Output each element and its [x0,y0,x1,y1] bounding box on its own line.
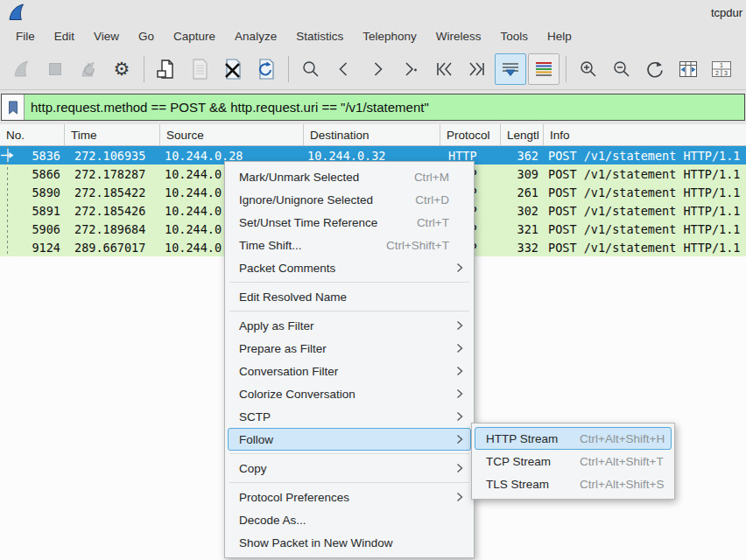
menubar-item-telephony[interactable]: Telephony [353,26,426,46]
close-file-button[interactable] [217,53,249,85]
menubar-item-file[interactable]: File [6,26,45,46]
submenu-arrow-icon [456,343,463,354]
autoscroll-button[interactable] [495,53,526,85]
cell-length: 321 [501,220,544,238]
save-file-icon [189,58,210,80]
column-header-source[interactable]: Source [160,124,304,145]
context-menu-item-decode-as[interactable]: Decode As... [228,508,471,531]
zoom-out-icon [611,59,632,80]
first-packet-button[interactable] [428,53,460,85]
cell-info: POST /v1/statement HTTP/1.1 [544,164,746,183]
cell-info: POST /v1/statement HTTP/1.1 [544,183,746,201]
column-header-protocol[interactable]: Protocol [440,124,501,145]
last-packet-button[interactable] [461,53,493,85]
menubar-item-go[interactable]: Go [129,26,164,46]
capture-options-button[interactable]: ⚙ [106,53,137,85]
context-menu-item-time-shift[interactable]: Time Shift...Ctrl+Shift+T [228,234,471,256]
zoom-in-button[interactable] [573,53,604,85]
menubar-item-analyze[interactable]: Analyze [225,26,286,46]
column-header-no[interactable]: No. [0,124,65,145]
last-packet-icon [467,60,488,78]
context-menu-item-set-unset-time-reference[interactable]: Set/Unset Time ReferenceCtrl+T [228,211,471,234]
context-menu-item-packet-comments[interactable]: Packet Comments [228,256,471,279]
context-menu-separator [229,311,469,312]
menubar-item-wireless[interactable]: Wireless [426,26,491,46]
capture-restart-button [73,53,104,85]
previous-packet-button[interactable] [328,53,360,85]
open-file-button[interactable] [151,53,182,85]
cell-length: 332 [501,238,544,256]
column-header-info[interactable]: Info [544,124,746,145]
context-menu-separator [229,453,469,454]
close-file-icon [222,58,244,80]
previous-packet-icon [335,60,353,78]
cell-info: POST /v1/statement HTTP/1.1 [544,238,746,256]
context-menu-item-edit-resolved-name[interactable]: Edit Resolved Name [228,285,471,308]
zoom-reset-icon [644,59,665,80]
autoscroll-icon [500,60,521,78]
context-menu-item-sctp[interactable]: SCTP [228,405,471,428]
menubar-item-tools[interactable]: Tools [490,26,538,46]
submenu-arrow-icon [456,411,463,422]
follow-submenu-item-label: TCP Stream [486,455,571,468]
filter-bookmark-icon[interactable] [2,94,25,120]
zoom-reset-button[interactable] [639,53,671,85]
context-menu-separator [229,482,469,483]
follow-submenu-item-tls-stream[interactable]: TLS StreamCtrl+Alt+Shift+S [475,472,672,495]
selected-packet-arrow-icon [1,149,15,164]
colorize-button[interactable] [528,53,560,85]
context-menu-item-show-packet-in-new-window[interactable]: Show Packet in New Window [228,531,471,554]
capture-start-button [6,53,38,85]
context-menu-item-label: Time Shift... [239,239,302,252]
resize-columns-button[interactable] [672,53,704,85]
goto-packet-button[interactable] [395,53,426,85]
display-filter-field[interactable]: http.request.method == POST && http.requ… [1,94,745,121]
context-menu-item-label: Protocol Preferences [239,491,349,504]
context-menu-item-apply-as-filter[interactable]: Apply as Filter [228,314,471,337]
context-menu-item-label: Prepare as Filter [239,342,327,355]
menubar-item-edit[interactable]: Edit [45,26,84,46]
column-header-lengtl[interactable]: Lengtl [501,124,544,145]
follow-submenu-item-label: HTTP Stream [486,432,571,445]
menubar-item-statistics[interactable]: Statistics [286,26,353,46]
zoom-out-button[interactable] [606,53,637,85]
cell-info: POST /v1/statement HTTP/1.1 [544,146,746,164]
context-menu-item-copy[interactable]: Copy [228,457,471,480]
submenu-arrow-icon [456,320,463,331]
colorize-icon [533,60,554,78]
context-menu-separator [229,282,469,283]
follow-submenu-item-http-stream[interactable]: HTTP StreamCtrl+Alt+Shift+H [475,427,672,450]
cell-time: 272.185422 [65,183,160,201]
reload-file-button[interactable] [250,53,282,85]
find-packet-button[interactable] [295,53,327,85]
follow-submenu-item-tcp-stream[interactable]: TCP StreamCtrl+Alt+Shift+T [475,450,672,472]
window-title: tcpdur [711,6,742,19]
context-menu-item-label: Decode As... [239,514,306,527]
context-menu-item-protocol-preferences[interactable]: Protocol Preferences [228,486,471,508]
goto-packet-icon [401,60,420,78]
menubar-item-capture[interactable]: Capture [164,26,225,46]
context-menu-item-ignore-unignore-selected[interactable]: Ignore/Unignore SelectedCtrl+D [228,188,471,211]
toolbar-separator [288,56,289,82]
context-menu-item-conversation-filter[interactable]: Conversation Filter [228,360,471,382]
context-menu-item-mark-unmark-selected[interactable]: Mark/Unmark SelectedCtrl+M [228,165,471,188]
context-menu-item-shortcut: Ctrl+T [417,216,449,229]
svg-text:2: 2 [715,69,719,75]
cell-time: 272.189684 [65,220,160,238]
next-packet-button[interactable] [362,53,393,85]
column-header-time[interactable]: Time [65,124,160,145]
svg-text:1: 1 [720,62,723,68]
cell-info: POST /v1/statement HTTP/1.1 [544,201,746,220]
cell-length: 362 [501,146,544,164]
cell-no: 5906 [0,220,65,238]
context-menu-item-prepare-as-filter[interactable]: Prepare as Filter [228,337,471,360]
layout-button[interactable]: 123 [706,53,737,85]
menubar-item-help[interactable]: Help [538,26,581,46]
context-menu-item-follow[interactable]: Follow [228,428,471,451]
menubar-item-view[interactable]: View [84,26,129,46]
column-header-destination[interactable]: Destination [304,124,440,145]
layout-icon: 123 [709,59,734,80]
follow-submenu: HTTP StreamCtrl+Alt+Shift+HTCP StreamCtr… [471,423,675,500]
display-filter-input[interactable]: http.request.method == POST && http.requ… [25,94,744,120]
context-menu-item-colorize-conversation[interactable]: Colorize Conversation [228,382,471,405]
